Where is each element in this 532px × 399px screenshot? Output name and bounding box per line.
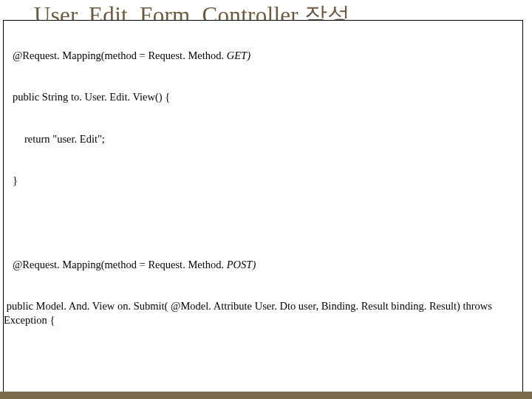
code-line: return "user. Edit";: [4, 132, 522, 146]
slide: User. Edit. Form. Controller 작성 @Request…: [0, 0, 532, 399]
footer-bar: [0, 393, 532, 399]
blank-line: [4, 216, 522, 230]
blank-line: [4, 355, 522, 369]
code-line: @Request. Mapping(method = Request. Meth…: [4, 49, 522, 63]
code-line: public Model. And. View on. Submit( @Mod…: [4, 299, 522, 327]
code-line: public String to. User. Edit. View() {: [4, 90, 522, 104]
code-line: }: [4, 174, 522, 188]
code-line: @Request. Mapping(method = Request. Meth…: [4, 258, 522, 272]
code-container: @Request. Mapping(method = Request. Meth…: [3, 20, 523, 395]
